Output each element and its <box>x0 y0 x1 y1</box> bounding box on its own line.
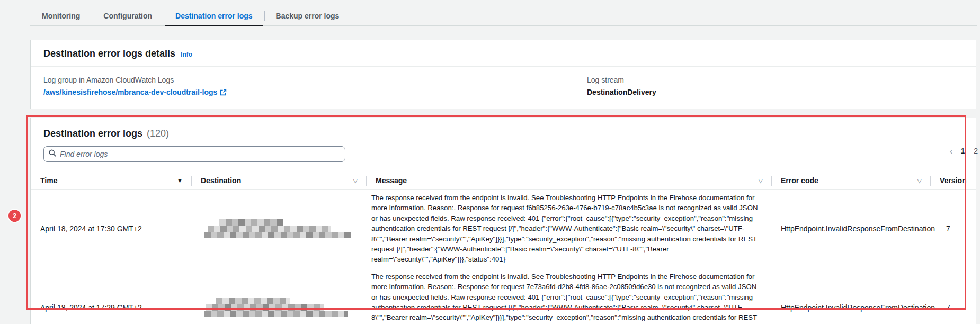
destination-error-logs-card: Destination error logs (120) Time ▼ <box>30 118 976 324</box>
pagination-page-1[interactable]: 1 <box>959 147 966 155</box>
table-row: April 18, 2024 at 17:29 GMT+2 The respon… <box>31 268 976 324</box>
logs-toolbar <box>31 139 976 162</box>
pagination-prev-icon[interactable]: ‹ <box>950 147 953 156</box>
destination-cell <box>191 190 366 268</box>
details-card-header: Destination error logs details Info <box>31 40 976 67</box>
tab-backup-error-logs[interactable]: Backup error logs <box>264 6 351 25</box>
tab-destination-error-logs[interactable]: Destination error logs <box>164 6 264 25</box>
column-header-time[interactable]: Time ▼ <box>31 172 191 189</box>
message-cell: The response received from the endpoint … <box>366 190 771 268</box>
logs-count: (120) <box>147 128 169 139</box>
sort-icon[interactable]: ▽ <box>353 177 358 184</box>
details-card-body: Log group in Amazon CloudWatch Logs /aws… <box>31 67 976 96</box>
error-code-cell: HttpEndpoint.InvalidResponseFromDestinat… <box>771 268 930 324</box>
destination-cell <box>191 268 366 324</box>
redacted-destination-image <box>204 298 348 317</box>
log-stream-field: Log stream DestinationDelivery <box>587 76 656 96</box>
log-stream-label: Log stream <box>587 76 656 84</box>
log-stream-value: DestinationDelivery <box>587 88 656 96</box>
destination-error-logs-details-card: Destination error logs details Info Log … <box>30 40 976 109</box>
column-header-destination[interactable]: Destination ▽ <box>191 172 366 189</box>
column-header-version: Version <box>930 172 976 189</box>
annotation-step-badge: 2 <box>8 210 21 222</box>
redacted-destination-image <box>204 219 351 238</box>
sort-icon[interactable]: ▽ <box>759 177 763 184</box>
tab-configuration[interactable]: Configuration <box>92 6 164 25</box>
error-logs-table: Time ▼ Destination ▽ Message ▽ Error cod… <box>31 172 976 324</box>
log-group-link[interactable]: /aws/kinesisfirehose/mbranca-dev-cloudtr… <box>43 88 587 96</box>
table-row: April 18, 2024 at 17:30 GMT+2 The respon… <box>31 190 976 268</box>
error-code-cell: HttpEndpoint.InvalidResponseFromDestinat… <box>771 190 930 268</box>
table-header-row: Time ▼ Destination ▽ Message ▽ Error cod… <box>31 172 976 190</box>
version-cell: 7 <box>930 268 976 324</box>
column-header-message[interactable]: Message ▽ <box>366 172 771 189</box>
error-logs-search-box[interactable] <box>43 146 345 162</box>
details-card-title: Destination error logs details <box>43 48 175 59</box>
pagination-page-2[interactable]: 2 <box>973 147 979 155</box>
sort-desc-icon[interactable]: ▼ <box>177 177 183 184</box>
message-cell: The response received from the endpoint … <box>366 268 771 324</box>
log-group-label: Log group in Amazon CloudWatch Logs <box>43 76 587 84</box>
time-cell: April 18, 2024 at 17:29 GMT+2 <box>31 268 191 324</box>
time-cell: April 18, 2024 at 17:30 GMT+2 <box>31 190 191 268</box>
log-group-link-text: /aws/kinesisfirehose/mbranca-dev-cloudtr… <box>43 88 217 96</box>
firehose-error-logs-page: Monitoring Configuration Destination err… <box>0 0 980 324</box>
tab-bar: Monitoring Configuration Destination err… <box>30 6 977 26</box>
log-group-field: Log group in Amazon CloudWatch Logs /aws… <box>43 76 587 96</box>
search-input[interactable] <box>60 150 340 158</box>
tab-monitoring[interactable]: Monitoring <box>30 6 92 25</box>
version-cell: 7 <box>930 190 976 268</box>
logs-card-title: Destination error logs <box>43 128 142 139</box>
info-link[interactable]: Info <box>181 51 192 58</box>
sort-icon[interactable]: ▽ <box>917 177 922 184</box>
logs-card-header: Destination error logs (120) <box>31 118 976 139</box>
column-header-error-code[interactable]: Error code ▽ <box>771 172 930 189</box>
search-icon <box>49 149 56 159</box>
pagination: ‹ 1 2 <box>950 143 979 159</box>
external-link-icon <box>220 89 227 96</box>
